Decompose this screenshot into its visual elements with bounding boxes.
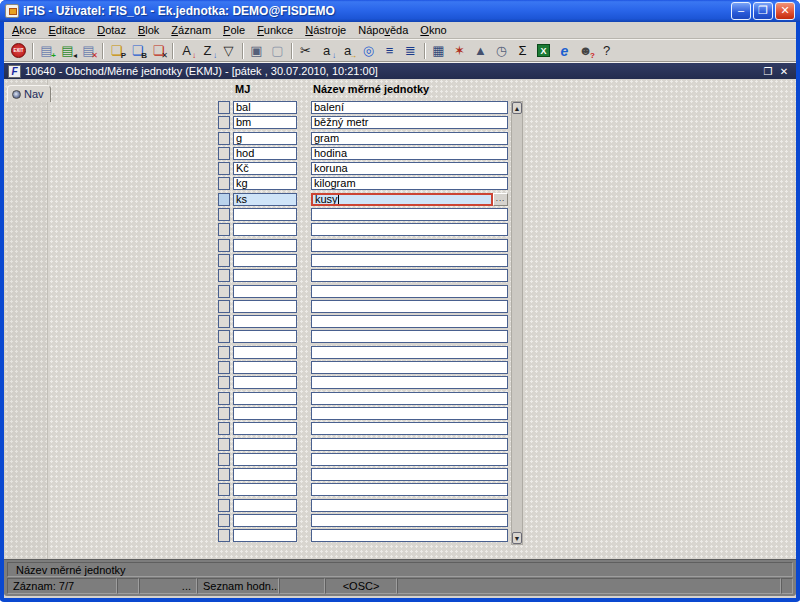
form-restore-button[interactable]: ❐ [760,66,776,77]
titlebar[interactable]: iFIS - Uživatel: FIS_01 - Ek.jednotka: D… [0,0,800,22]
mj-field[interactable]: bm [233,116,297,129]
zoom-document-icon[interactable]: ◎ [358,41,379,60]
print-preview-icon[interactable]: ▢ [267,41,288,60]
mj-field[interactable] [233,254,297,267]
filter-icon[interactable]: ▽ [218,41,239,60]
name-field[interactable] [311,529,508,542]
record-indicator[interactable] [218,514,230,527]
print-icon[interactable]: ▣ [246,41,267,60]
record-indicator[interactable] [218,376,230,389]
record-indicator[interactable] [218,346,230,359]
menu-akce[interactable]: Akce [6,23,42,37]
mj-field[interactable] [233,376,297,389]
help-icon[interactable]: ? [596,41,617,60]
name-field[interactable] [311,392,508,405]
mj-field[interactable] [233,223,297,236]
name-field[interactable]: koruna [311,162,508,175]
sort-ascending-icon[interactable]: A↓ [176,41,197,60]
record-indicator[interactable] [218,254,230,267]
clock-icon[interactable]: ◷ [491,41,512,60]
name-field[interactable] [311,208,508,221]
record-indicator[interactable] [218,330,230,343]
record-indicator[interactable] [218,116,230,129]
name-field[interactable] [311,407,508,420]
name-field[interactable]: kilogram [311,177,508,190]
name-field[interactable]: balení [311,101,508,114]
mj-field[interactable] [233,285,297,298]
mj-field[interactable]: hod [233,147,297,160]
sum-icon[interactable]: Σ [512,41,533,60]
name-field[interactable] [311,499,508,512]
mj-field[interactable] [233,392,297,405]
mj-field[interactable] [233,529,297,542]
graph-icon[interactable]: ▲ [470,41,491,60]
name-field[interactable] [311,361,508,374]
record-indicator[interactable] [218,162,230,175]
mj-field[interactable] [233,422,297,435]
record-indicator[interactable] [218,499,230,512]
name-field[interactable] [311,422,508,435]
cut-icon[interactable]: ✂ [295,41,316,60]
edit-field-icon[interactable]: a→ [337,41,358,60]
name-field[interactable]: běžný metr [311,116,508,129]
insert-record-icon[interactable]: ▤+ [36,41,57,60]
record-indicator[interactable] [218,285,230,298]
record-indicator[interactable] [218,361,230,374]
record-indicator[interactable] [218,101,230,114]
name-field[interactable] [311,239,508,252]
save-record-icon[interactable]: ▤◂ [57,41,78,60]
record-indicator[interactable] [218,269,230,282]
record-indicator[interactable] [218,177,230,190]
record-indicator[interactable] [218,147,230,160]
name-field[interactable]: kusy [311,193,493,206]
links-icon[interactable]: ✶ [449,41,470,60]
mj-field[interactable] [233,407,297,420]
browser-icon[interactable]: e [554,41,575,60]
maximize-button[interactable]: ❐ [753,2,773,20]
mj-field[interactable] [233,208,297,221]
record-indicator[interactable] [218,132,230,145]
previous-block-icon[interactable]: ❏P [106,41,127,60]
delete-record-icon[interactable]: ▤✕ [78,41,99,60]
mj-field[interactable] [233,269,297,282]
cancel-operation-icon[interactable]: ❏✕ [148,41,169,60]
mj-field[interactable] [233,514,297,527]
record-indicator[interactable] [218,422,230,435]
menu-editace[interactable]: Editace [42,23,91,37]
mj-field[interactable] [233,453,297,466]
field-list-icon[interactable]: a↓ [316,41,337,60]
vertical-scrollbar[interactable]: ▲ ▼ [511,101,523,545]
name-field[interactable] [311,285,508,298]
sort-descending-icon[interactable]: Z↓ [197,41,218,60]
name-field[interactable] [311,269,508,282]
lov-ellipsis-button[interactable]: ... [493,193,508,206]
mj-field[interactable] [233,346,297,359]
menu-pole[interactable]: Pole [217,23,251,37]
scroll-down-button[interactable]: ▼ [512,532,522,544]
list-icon[interactable]: ≡ [379,41,400,60]
record-indicator[interactable] [218,193,230,206]
mj-field[interactable] [233,499,297,512]
record-indicator[interactable] [218,453,230,466]
menu-funkce[interactable]: Funkce [251,23,299,37]
menu-dotaz[interactable]: Dotaz [91,23,132,37]
menu-zaznam[interactable]: Záznam [165,23,217,37]
scroll-up-button[interactable]: ▲ [512,102,522,114]
mj-field[interactable]: ks [233,193,297,206]
record-indicator[interactable] [218,392,230,405]
menu-blok[interactable]: Blok [132,23,165,37]
organization-icon[interactable]: ▦ [428,41,449,60]
record-indicator[interactable] [218,468,230,481]
name-field[interactable] [311,514,508,527]
name-field[interactable] [311,315,508,328]
name-field[interactable] [311,223,508,236]
mj-field[interactable] [233,361,297,374]
record-indicator[interactable] [218,300,230,313]
mj-field[interactable]: Kč [233,162,297,175]
form-close-button[interactable]: ✕ [776,66,792,77]
menu-napoveda[interactable]: Nápověda [352,23,414,37]
name-field[interactable] [311,254,508,267]
record-indicator[interactable] [218,438,230,451]
record-indicator[interactable] [218,483,230,496]
exit-icon[interactable]: EXIT [8,41,29,60]
